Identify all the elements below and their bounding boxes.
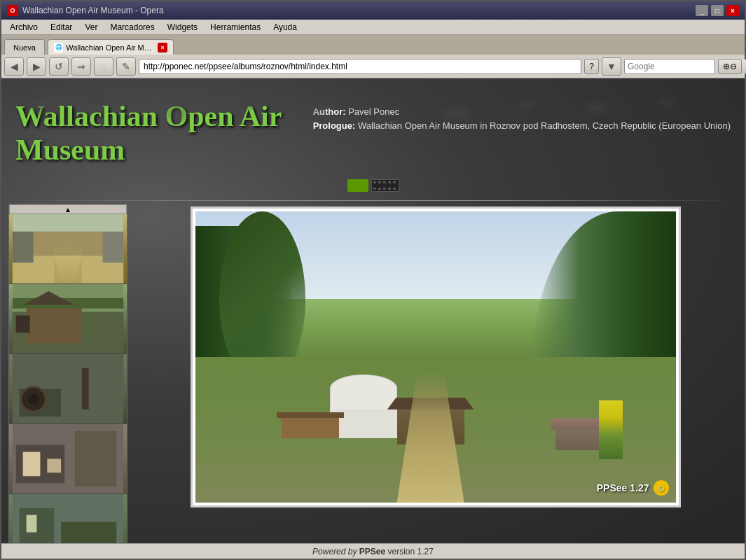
thumbnail-5[interactable]: [9, 494, 127, 543]
new-tab-button[interactable]: Nueva: [4, 39, 45, 55]
thumb-image-1: [9, 214, 127, 284]
edit-button[interactable]: ✎: [116, 57, 136, 76]
scroll-up-arrow[interactable]: ▲: [9, 204, 127, 214]
home-button[interactable]: ⌂: [94, 57, 113, 76]
status-prefix: Powered by: [312, 547, 359, 556]
svg-rect-5: [13, 214, 123, 232]
tab-favicon: 🌐: [54, 43, 63, 52]
page-header: Wallachian Open Air Museum Author: Pavel…: [1, 78, 745, 174]
svg-rect-20: [47, 459, 61, 473]
window-controls: _ □ ×: [696, 5, 739, 16]
thumb-svg-2: [9, 284, 127, 354]
thumb-image-5: [9, 494, 127, 543]
page-divider: [8, 200, 738, 201]
status-text: Powered by PPSee version 1.27: [312, 547, 434, 556]
dropdown-arrow[interactable]: ▼: [602, 57, 621, 76]
stone-background: Wallachian Open Air Museum Author: Pavel…: [1, 78, 745, 543]
site-title: Wallachian Open Air Museum: [15, 99, 299, 167]
search-input[interactable]: [628, 62, 733, 71]
forward-button[interactable]: ▶: [27, 57, 46, 76]
yellow-flowers: [599, 400, 623, 458]
nav-bar: ◀ ▶ ↺ ⇒ ⌂ ✎ ? ▼ ▼ ⊕⊖: [1, 55, 745, 78]
thumbnail-4[interactable]: [9, 424, 127, 494]
thumb-image-4: [9, 424, 127, 493]
smiley-icon: ☺: [654, 480, 669, 496]
back-button[interactable]: ◀: [4, 57, 24, 76]
thumb-image-3: [9, 354, 127, 424]
thumb-image-2: [9, 284, 127, 354]
svg-rect-19: [23, 452, 41, 477]
svg-marker-2: [54, 255, 82, 284]
page-body: ▲: [1, 204, 745, 543]
menu-marcadores[interactable]: Marcadores: [104, 21, 160, 34]
prologue-label: Prologue: Wallachian Open Air Museum in …: [313, 120, 731, 131]
menu-ver[interactable]: Ver: [79, 21, 103, 34]
browser-window: O Wallachian Open Air Museum - Opera _ □…: [0, 0, 746, 560]
tab-bar: Nueva 🌐 Wallachian Open Air Mus... ×: [1, 35, 745, 55]
thumb-svg-1: [9, 214, 127, 284]
menu-ayuda[interactable]: Ayuda: [268, 21, 303, 34]
film-strip-icon: [371, 179, 399, 192]
svg-rect-10: [16, 316, 30, 333]
new-tab-label: Nueva: [13, 43, 36, 52]
shelter-roof: [277, 412, 344, 418]
status-version: version 1.27: [385, 547, 434, 556]
watermark-text: PPSee 1.27: [597, 482, 649, 493]
tab-close-button[interactable]: ×: [158, 43, 167, 52]
thumb-svg-5: [9, 494, 127, 543]
address-input[interactable]: [144, 62, 576, 71]
film-strip-area: [1, 174, 745, 197]
window-title: Wallachian Open Air Museum - Opera: [22, 6, 691, 15]
wooden-shelter: [282, 415, 339, 438]
menu-editar[interactable]: Editar: [45, 21, 78, 34]
thumbnail-sidebar: ▲: [8, 204, 127, 543]
svg-point-15: [28, 393, 39, 405]
menu-widgets[interactable]: Widgets: [162, 21, 203, 34]
main-image-frame: PPSee 1.27 ☺: [191, 206, 681, 507]
help-button[interactable]: ?: [584, 59, 599, 74]
log-pile: [555, 427, 604, 450]
browser-content: Wallachian Open Air Museum Author: Pavel…: [1, 78, 745, 559]
svg-rect-24: [27, 515, 37, 533]
svg-rect-25: [61, 522, 116, 543]
svg-rect-8: [27, 305, 82, 343]
main-image: PPSee 1.27 ☺: [195, 211, 676, 503]
site-info: Author: Pavel Ponec Prologue: Wallachian…: [313, 99, 731, 132]
thumbnail-1[interactable]: [9, 214, 127, 284]
thumb-svg-4: [9, 424, 127, 493]
menu-bar: Archivo Editar Ver Marcadores Widgets He…: [1, 20, 745, 35]
menu-archivo[interactable]: Archivo: [4, 21, 43, 34]
status-brand: PPSee: [359, 547, 385, 556]
svg-rect-3: [13, 228, 34, 263]
page-content: Wallachian Open Air Museum Author: Pavel…: [1, 78, 745, 543]
menu-herramientas[interactable]: Herramientas: [205, 21, 266, 34]
reload-button[interactable]: ↺: [49, 57, 69, 76]
play-button[interactable]: [347, 179, 368, 192]
watermark: PPSee 1.27 ☺: [597, 480, 669, 496]
svg-rect-4: [103, 232, 124, 263]
active-tab[interactable]: 🌐 Wallachian Open Air Mus... ×: [48, 39, 174, 55]
svg-rect-16: [82, 368, 89, 410]
browser-icon: O: [7, 5, 18, 16]
thumbnail-scroll[interactable]: [9, 214, 127, 543]
thumbnail-2[interactable]: [9, 284, 127, 354]
thumb-svg-3: [9, 354, 127, 424]
fastforward-button[interactable]: ⇒: [71, 57, 91, 76]
author-value: Pavel Ponec: [348, 106, 399, 117]
prologue-value: Wallachian Open Air Museum in Roznov pod…: [358, 120, 731, 131]
close-button[interactable]: ×: [726, 5, 739, 16]
address-bar[interactable]: [139, 59, 581, 74]
title-bar: O Wallachian Open Air Museum - Opera _ □…: [1, 1, 745, 20]
svg-rect-21: [75, 431, 116, 486]
zoom-button[interactable]: ⊕⊖: [718, 59, 742, 74]
thumbnail-3[interactable]: [9, 354, 127, 424]
author-label: Author: Pavel Ponec: [313, 106, 400, 117]
minimize-button[interactable]: _: [696, 5, 708, 16]
tab-label: Wallachian Open Air Mus...: [66, 43, 155, 52]
search-bar: ▼: [624, 59, 715, 74]
maximize-button[interactable]: □: [711, 5, 724, 16]
status-bar: Powered by PPSee version 1.27: [1, 543, 745, 559]
main-image-area: PPSee 1.27 ☺: [133, 204, 738, 543]
